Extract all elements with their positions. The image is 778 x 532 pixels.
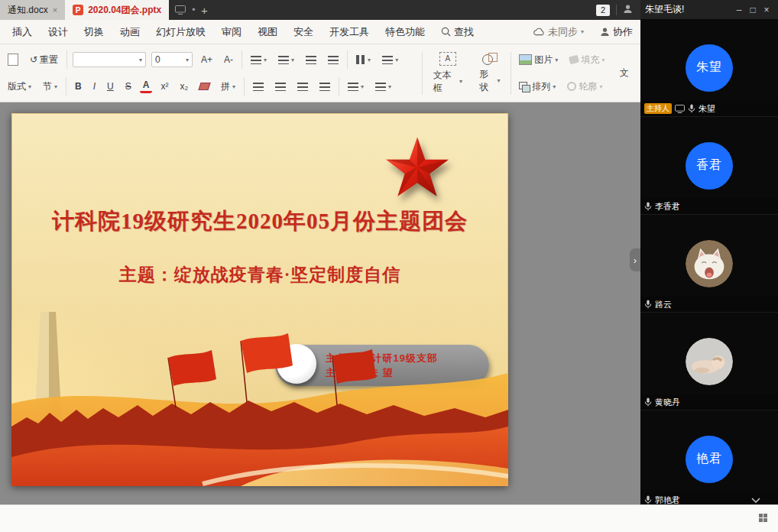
monitor-icon bbox=[175, 0, 186, 20]
participant-tile[interactable]: 香君 李香君 bbox=[640, 117, 778, 215]
user-account-icon[interactable] bbox=[623, 4, 633, 16]
font-color-button[interactable]: A bbox=[140, 79, 153, 93]
justify-button[interactable] bbox=[316, 81, 333, 92]
menu-slideshow[interactable]: 幻灯片放映 bbox=[156, 25, 206, 39]
participant-tile[interactable]: 路云 bbox=[640, 215, 778, 313]
ppt-file-icon: P bbox=[73, 5, 83, 15]
textbox-button[interactable]: A 文本框▾ bbox=[427, 47, 468, 99]
layout-button[interactable]: 版式▾ bbox=[5, 79, 34, 95]
mic-icon bbox=[644, 300, 652, 309]
participant-tile-host[interactable]: 朱望 主持人 朱望 bbox=[640, 19, 778, 117]
font-name-combobox[interactable]: ▾ bbox=[73, 52, 146, 67]
arrange-button[interactable]: 排列▾ bbox=[516, 79, 559, 95]
status-bar bbox=[0, 504, 778, 532]
tab-doc-notice[interactable]: 通知.docx × bbox=[0, 0, 65, 20]
subscript-button[interactable]: x₂ bbox=[177, 79, 191, 93]
slide-title[interactable]: 计科院19级研究生2020年05月份主题团会 bbox=[11, 206, 508, 237]
line-spacing-button[interactable]: ▾ bbox=[379, 54, 401, 66]
text-direction-button[interactable]: ▾ bbox=[372, 81, 394, 92]
chevron-down-icon[interactable] bbox=[751, 498, 760, 503]
mic-icon bbox=[688, 104, 695, 113]
fill-button[interactable]: 填充▾ bbox=[566, 52, 608, 68]
baby-avatar-photo bbox=[686, 338, 733, 385]
indent-decrease-icon bbox=[306, 56, 316, 64]
participant-tile[interactable]: 艳君 郭艳君 bbox=[640, 410, 778, 504]
collaborate-button[interactable]: 协作 bbox=[600, 25, 633, 39]
menu-insert[interactable]: 插入 bbox=[12, 25, 32, 39]
font-size-combobox[interactable]: 0▾ bbox=[151, 52, 193, 67]
maximize-button[interactable]: □ bbox=[746, 5, 760, 15]
apps-grid-icon[interactable] bbox=[759, 514, 767, 522]
align-left-icon bbox=[253, 83, 264, 91]
menu-design[interactable]: 设计 bbox=[48, 25, 68, 39]
tab-ppt-active[interactable]: P 2020.04团会.pptx bbox=[65, 0, 169, 20]
columns-button[interactable]: ▾ bbox=[353, 54, 374, 66]
participant-name: 黄晓丹 bbox=[655, 397, 680, 408]
strikethrough-button[interactable]: S bbox=[122, 79, 135, 93]
align-left-button[interactable] bbox=[250, 81, 267, 92]
slide-editor-canvas[interactable]: 计科院19级研究生2020年05月份主题团会 主题：绽放战疫青春·坚定制度自信 … bbox=[0, 102, 640, 504]
text-tool-button[interactable]: 文 bbox=[612, 47, 636, 99]
menu-devtools[interactable]: 开发工具 bbox=[329, 25, 369, 39]
participant-name-bar: 郭艳君 bbox=[640, 492, 778, 504]
indent-increase-icon bbox=[328, 56, 339, 64]
bold-button[interactable]: B bbox=[72, 79, 85, 93]
decrease-indent-button[interactable] bbox=[303, 54, 319, 66]
shapes-button[interactable]: 形状▾ bbox=[473, 47, 506, 99]
window-count-badge[interactable]: 2 bbox=[596, 5, 610, 16]
numbering-button[interactable]: ▾ bbox=[275, 54, 297, 66]
participant-name: 李香君 bbox=[655, 201, 680, 212]
picture-button[interactable]: 图片▾ bbox=[516, 52, 561, 68]
outline-button[interactable]: 轮廓▾ bbox=[564, 79, 605, 95]
people-icon bbox=[600, 27, 610, 37]
grow-font-button[interactable]: A+ bbox=[198, 53, 216, 66]
participant-name: 朱望 bbox=[699, 103, 715, 115]
increase-indent-button[interactable] bbox=[325, 54, 342, 66]
numbered-list-icon bbox=[278, 56, 289, 64]
align-center-button[interactable] bbox=[272, 81, 289, 92]
active-tab-label: 2020.04团会.pptx bbox=[88, 4, 161, 17]
clear-format-button[interactable] bbox=[196, 81, 212, 92]
close-button[interactable]: × bbox=[760, 5, 773, 15]
close-tab-icon[interactable]: × bbox=[53, 5, 57, 15]
minimize-button[interactable]: – bbox=[732, 5, 746, 15]
menu-animation[interactable]: 动画 bbox=[120, 25, 140, 39]
menu-security[interactable]: 安全 bbox=[293, 25, 313, 39]
panel-collapse-handle[interactable]: › bbox=[630, 248, 640, 271]
paste-button[interactable] bbox=[5, 52, 21, 67]
menu-transition[interactable]: 切换 bbox=[84, 25, 104, 39]
slide[interactable]: 计科院19级研究生2020年05月份主题团会 主题：绽放战疫青春·坚定制度自信 … bbox=[11, 113, 508, 486]
menu-review[interactable]: 审阅 bbox=[222, 25, 242, 39]
avatar-initials: 朱望 bbox=[686, 44, 733, 92]
red-star-graphic[interactable] bbox=[384, 135, 450, 200]
participant-name-bar: 黄晓丹 bbox=[640, 394, 778, 410]
pinyin-guide-button[interactable]: 拼▾ bbox=[218, 79, 238, 95]
cat-avatar-photo bbox=[686, 240, 733, 287]
find-button[interactable]: 查找 bbox=[441, 25, 474, 39]
meeting-titlebar[interactable]: 朱望毛谈! – □ × bbox=[640, 0, 778, 19]
menu-bar: 插入 设计 切换 动画 幻灯片放映 审阅 视图 安全 开发工具 特色功能 查找 … bbox=[0, 20, 640, 44]
mic-icon bbox=[644, 202, 652, 211]
menu-features[interactable]: 特色功能 bbox=[385, 25, 425, 39]
sync-status-button[interactable]: 未同步 ▾ bbox=[533, 25, 584, 39]
ribbon-toolbar: ↺ 重置 ▾ 0▾ A+ A- ▾ ▾ ▾ ▾ 版式▾ 节▾ bbox=[0, 44, 640, 102]
align-center-icon bbox=[275, 83, 286, 91]
section-button[interactable]: 节▾ bbox=[40, 79, 60, 95]
new-tab-button[interactable]: + bbox=[195, 0, 213, 20]
align-right-button[interactable] bbox=[294, 81, 311, 92]
shrink-font-button[interactable]: A- bbox=[221, 53, 236, 66]
doc-tab-label: 通知.docx bbox=[8, 4, 48, 17]
search-icon bbox=[441, 27, 451, 37]
participant-tile[interactable]: 黄晓丹 bbox=[640, 313, 778, 410]
reset-button[interactable]: ↺ 重置 bbox=[27, 52, 61, 68]
superscript-button[interactable]: x² bbox=[157, 79, 171, 93]
italic-button[interactable]: I bbox=[90, 79, 99, 93]
avatar-initials: 香君 bbox=[686, 142, 733, 190]
underline-button[interactable]: U bbox=[104, 79, 117, 93]
participant-name: 郭艳君 bbox=[655, 495, 680, 505]
bullet-list-icon bbox=[251, 56, 261, 64]
bullets-button[interactable]: ▾ bbox=[248, 54, 270, 66]
menu-view[interactable]: 视图 bbox=[258, 25, 277, 39]
paragraph-spacing-button[interactable]: ▾ bbox=[345, 81, 367, 92]
slide-subtitle[interactable]: 主题：绽放战疫青春·坚定制度自信 bbox=[11, 263, 508, 287]
